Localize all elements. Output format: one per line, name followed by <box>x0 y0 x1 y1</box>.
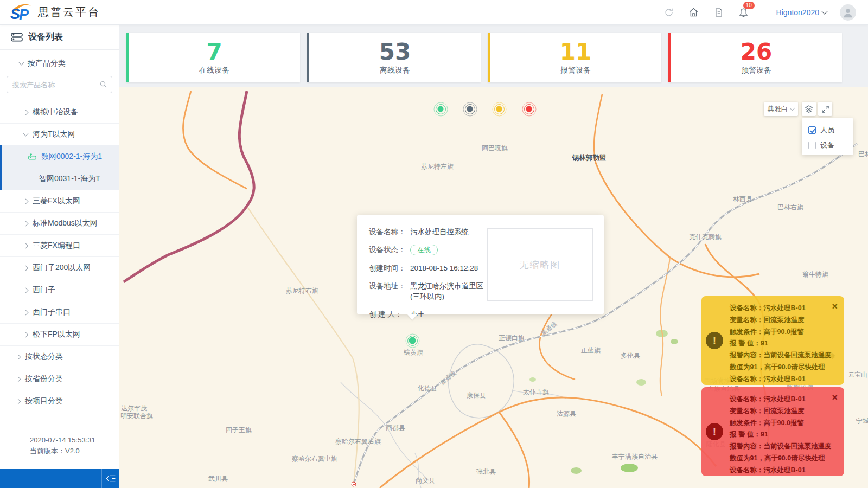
chevron-right-icon <box>23 310 29 315</box>
stat-card-离线设备[interactable]: 53离线设备 <box>307 33 481 82</box>
checkbox-checked-icon[interactable] <box>808 126 816 134</box>
stat-card-在线设备[interactable]: 7在线设备 <box>126 33 300 82</box>
chevron-right-icon <box>23 287 29 293</box>
close-icon[interactable]: × <box>832 393 838 402</box>
current-time: 2020-07-14 15:53:31 <box>30 435 95 446</box>
toast-row: 报 警 值：91 <box>730 338 837 350</box>
stat-cards-row: 7在线设备53离线设备11报警设备26预警设备 <box>119 25 868 87</box>
toast-row: 触发条件：高于90.0报警 <box>730 418 837 429</box>
device-item-数网0002-1-海为1[interactable]: 数网0002-1-海为1 <box>2 145 119 168</box>
stat-label: 离线设备 <box>380 66 410 75</box>
checkbox-unchecked-icon[interactable] <box>808 142 816 149</box>
device-item-智网0031-1-海为T[interactable]: 智网0031-1-海为T <box>2 168 119 190</box>
sidebar-item-松下FP以太网[interactable]: 松下FP以太网 <box>0 323 119 345</box>
sidebar-header: 设备列表 <box>0 25 119 50</box>
device-list-icon <box>11 33 23 42</box>
device-info-popup: 设备名称：污水处理自控系统 设备状态：在线 创建时间：2018-08-15 16… <box>357 215 604 314</box>
sidebar-item-西门子串口[interactable]: 西门子串口 <box>0 301 119 323</box>
sidebar-item-label: 标准Modbus以太网 <box>33 219 98 228</box>
layer-label: 设备 <box>820 140 834 150</box>
toast-row: 报 警 值：91 <box>730 429 837 441</box>
close-icon[interactable]: × <box>832 301 838 311</box>
map-place-label: 太仆寺旗 <box>523 388 549 397</box>
search-input[interactable] <box>7 76 112 93</box>
stat-label: 预警设备 <box>741 66 771 75</box>
toast-row: 变量名称：回流泵池温度 <box>730 314 837 326</box>
status-badge: 在线 <box>410 245 438 255</box>
map-place-label: 元宝山 <box>848 370 867 380</box>
chevron-right-icon <box>23 221 29 226</box>
map-place-label: 化德县 <box>418 384 437 393</box>
chevron-right-icon <box>23 198 29 204</box>
device-name-value: 污水处理自控系统 <box>410 227 486 237</box>
chevron-right-icon <box>16 399 21 404</box>
sidebar-item-label: 三菱FX编程口 <box>33 241 80 251</box>
map-place-label: 翁牛特旗 <box>802 270 828 279</box>
sidebar-item-三菱FX以太网[interactable]: 三菱FX以太网 <box>0 190 119 212</box>
map-style-selector[interactable]: 典雅白 <box>764 102 798 116</box>
map-place-label: 四子王旗 <box>226 426 252 435</box>
chevron-right-icon <box>23 332 29 337</box>
collapse-sidebar-button[interactable] <box>101 469 119 488</box>
map-place-label: 尚义县 <box>416 476 435 485</box>
sidebar-group-按省份分类[interactable]: 按省份分类 <box>0 368 119 390</box>
map-place-label: 镶黄旗 <box>404 348 423 357</box>
field-label: 设备状态： <box>369 245 410 255</box>
map-place-label: 正蓝旗 <box>581 346 601 355</box>
notification-bell-icon[interactable]: 10 <box>738 7 750 18</box>
field-label: 设备地址： <box>369 281 410 301</box>
stat-card-预警设备[interactable]: 26预警设备 <box>668 33 842 82</box>
map-place-label: 张北县 <box>476 467 496 477</box>
map-place-label: 巴林右旗 <box>777 203 803 212</box>
refresh-icon[interactable] <box>663 7 675 18</box>
sidebar-item-西门子[interactable]: 西门子 <box>0 279 119 301</box>
alarm-mini-marker[interactable] <box>352 482 356 487</box>
field-label: 创建时间： <box>369 263 410 273</box>
toast-row: 变量名称：回流泵池温度 <box>730 406 837 418</box>
toast-row: 设备名称：污水处理B-01 <box>730 303 837 314</box>
map-place-label: 明安联合旗 <box>120 412 153 421</box>
avatar[interactable] <box>840 4 856 21</box>
sidebar-item-label: 西门子串口 <box>33 307 71 317</box>
sidebar-group-按项目分类[interactable]: 按项目分类 <box>0 390 119 412</box>
map-place-label: 苏尼特右旗 <box>286 286 318 296</box>
map-place-label: 苏尼特左旗 <box>421 162 454 171</box>
layer-option-device[interactable]: 设备 <box>808 139 853 152</box>
stat-value: 53 <box>379 40 411 64</box>
legend-marker-3 <box>526 106 532 112</box>
layer-option-personnel[interactable]: 人员 <box>808 124 853 137</box>
home-icon[interactable] <box>688 7 700 18</box>
sidebar-collapse-bar <box>0 469 119 488</box>
stat-label: 报警设备 <box>560 66 591 75</box>
sidebar-group-by-product[interactable]: 按产品分类 <box>0 50 119 75</box>
thumbnail-placeholder: 无缩略图 <box>487 228 593 301</box>
sidebar-group-按状态分类[interactable]: 按状态分类 <box>0 345 119 368</box>
map-place-label: 宁城 <box>856 416 868 426</box>
version-label: 当前版本：V2.0 <box>30 446 95 457</box>
sidebar-item-西门子200以太网[interactable]: 西门子200以太网 <box>0 256 119 279</box>
svg-text:P: P <box>19 7 29 22</box>
toast-row: 报警内容：当前设备回流泵池温度数值为91，高于90.0请尽快处理 <box>730 350 837 374</box>
document-icon[interactable] <box>713 7 725 18</box>
map-place-label: 阿巴嘎旗 <box>482 144 508 153</box>
group-label: 按产品分类 <box>28 59 66 68</box>
fullscreen-button[interactable] <box>818 102 832 116</box>
sidebar-title: 设备列表 <box>28 31 63 43</box>
sidebar-item-海为T以太网[interactable]: 海为T以太网 <box>0 123 119 145</box>
user-menu[interactable]: Hignton2020 <box>776 8 827 17</box>
toast-row: 报警内容：当前设备回流泵池温度数值为91，高于90.0请尽快处理 <box>730 441 837 465</box>
map-place-label: 多伦县 <box>621 351 640 361</box>
sidebar-item-label: 松下FP以太网 <box>33 330 80 339</box>
layers-button[interactable] <box>802 102 816 116</box>
top-header: S P 思普云平台 10 Hignton2020 <box>0 0 868 25</box>
map-canvas[interactable]: 阿巴嘎旗苏尼特左旗锡林郭勒盟林西县巴林右旗巴林克什克腾旗翁牛特旗苏尼特右旗镶黄旗… <box>119 87 868 488</box>
map-place-label: 林西县 <box>733 195 752 204</box>
sidebar-item-三菱FX编程口[interactable]: 三菱FX编程口 <box>0 234 119 256</box>
stat-card-报警设备[interactable]: 11报警设备 <box>488 33 661 82</box>
sidebar-item-标准Modbus以太网[interactable]: 标准Modbus以太网 <box>0 212 119 234</box>
sidebar-group-label: 按省份分类 <box>25 374 63 384</box>
sidebar-item-模拟中冶设备[interactable]: 模拟中冶设备 <box>0 101 119 123</box>
product-tree: 模拟中冶设备海为T以太网数网0002-1-海为1智网0031-1-海为T三菱FX… <box>0 101 119 412</box>
online-device-marker[interactable] <box>409 337 416 344</box>
map-place-label: 正镶白旗 <box>499 333 525 343</box>
